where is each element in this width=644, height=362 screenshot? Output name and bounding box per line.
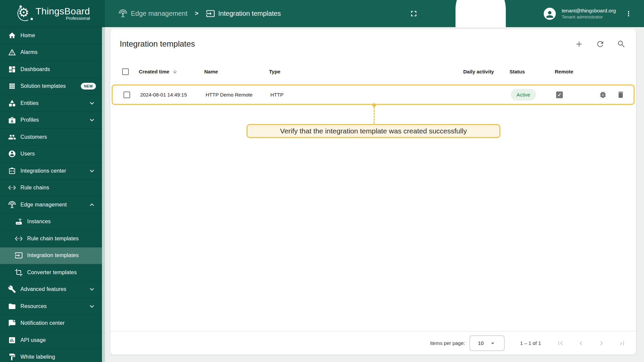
sidebar-nav: HomeAlarmsDashboardsSolution templatesNE… <box>0 27 102 362</box>
refresh-button[interactable] <box>596 40 605 49</box>
chevron-down-icon <box>88 285 96 293</box>
chevron-up-icon <box>88 201 96 209</box>
sidebar-item-alarms[interactable]: Alarms <box>0 44 102 61</box>
chevron-down-icon <box>88 116 96 124</box>
sidebar-item-integrations-center[interactable]: Integrations center <box>0 163 102 180</box>
notification-center-icon <box>8 319 16 327</box>
home-icon <box>8 32 16 40</box>
edge-management-icon <box>118 9 127 18</box>
sidebar-item-white-labeling[interactable]: White labeling <box>0 349 102 362</box>
last-page-button[interactable] <box>618 339 626 347</box>
debug-button[interactable] <box>599 90 607 99</box>
sidebar-item-label: Home <box>20 33 35 39</box>
remote-checkbox[interactable]: ✓ <box>556 92 563 98</box>
sidebar-item-entities[interactable]: Entities <box>0 95 102 112</box>
sidebar-item-dashboards[interactable]: Dashboards <box>0 61 102 78</box>
cell-name: HTTP Demo Remote <box>206 92 270 98</box>
person-icon <box>545 9 555 19</box>
sidebar-item-label: Solution templates <box>20 83 66 89</box>
status-badge: Active <box>511 89 536 101</box>
sidebar-item-edge-management[interactable]: Edge management <box>0 196 102 214</box>
sidebar-item-advanced-features[interactable]: Advanced features <box>0 281 102 298</box>
table-header-row: Created timeNameTypeDaily activityStatus… <box>110 59 636 84</box>
column-header-remote[interactable]: Remote <box>555 69 593 74</box>
user-info[interactable]: tenant@thingsboard.org Tenant administra… <box>562 7 616 20</box>
sidebar-item-label: Advanced features <box>20 286 66 292</box>
dashboards-icon <box>8 65 16 73</box>
main-area: Edge management>Integration templates 43… <box>105 0 644 362</box>
sort-desc-icon <box>172 69 178 74</box>
fullscreen-button[interactable] <box>409 9 418 18</box>
new-badge: NEW <box>81 83 96 89</box>
annotation-anchor-dot <box>372 103 376 107</box>
entities-icon <box>8 99 16 107</box>
sidebar-item-label: Profiles <box>20 117 39 123</box>
sidebar-item-label: Resources <box>20 303 47 309</box>
sidebar-item-rule-chain-templates[interactable]: Rule chain templates <box>0 230 102 247</box>
resources-icon <box>8 302 16 310</box>
breadcrumb-item-integration-templates[interactable]: Integration templates <box>206 9 281 18</box>
app-root: ⚙ ThingsBoard Professional HomeAlarmsDas… <box>0 0 644 362</box>
page-title: Integration templates <box>120 39 195 49</box>
search-button[interactable] <box>617 40 626 49</box>
sidebar-item-integration-templates[interactable]: Integration templates <box>0 247 102 264</box>
advanced-features-icon <box>8 285 16 293</box>
column-header-status[interactable]: Status <box>509 69 555 74</box>
sidebar-item-profiles[interactable]: Profiles <box>0 112 102 129</box>
instances-icon <box>15 218 23 226</box>
items-per-page-value: 10 <box>478 340 484 346</box>
user-email: tenant@thingsboard.org <box>562 7 616 14</box>
avatar[interactable] <box>544 8 556 20</box>
sidebar-item-api-usage[interactable]: API usage <box>0 332 102 349</box>
sidebar-item-label: Notification center <box>20 320 65 326</box>
column-header-daily-activity[interactable]: Daily activity <box>463 69 509 74</box>
sidebar-item-rule-chains[interactable]: Rule chains <box>0 180 102 197</box>
api-usage-icon <box>8 336 16 344</box>
sidebar-item-customers[interactable]: Customers <box>0 129 102 146</box>
prev-page-button[interactable] <box>577 339 585 347</box>
sidebar-item-notification-center[interactable]: Notification center <box>0 315 102 332</box>
cell-type: HTTP <box>270 92 465 98</box>
next-page-button[interactable] <box>597 339 605 347</box>
app-logo[interactable]: ⚙ ThingsBoard Professional <box>0 0 105 27</box>
items-per-page-label: Items per page: <box>430 340 465 346</box>
breadcrumb-item-edge-management[interactable]: Edge management <box>118 9 187 18</box>
sidebar-item-converter-templates[interactable]: Converter templates <box>0 264 102 281</box>
chevron-down-icon <box>88 167 96 175</box>
sidebar-item-users[interactable]: Users <box>0 146 102 163</box>
edge-management-icon <box>8 201 16 209</box>
sidebar-item-label: White labeling <box>20 354 55 360</box>
sidebar-item-instances[interactable]: Instances <box>0 214 102 231</box>
brand-subtitle: Professional <box>66 16 90 21</box>
first-page-button[interactable] <box>556 339 565 347</box>
sidebar-item-label: Rule chain templates <box>27 236 78 242</box>
row-checkbox[interactable] <box>123 92 130 98</box>
rule-chains-icon <box>8 184 16 192</box>
column-header-created-time[interactable]: Created time <box>139 69 204 74</box>
add-button[interactable] <box>575 40 584 49</box>
column-header-name[interactable]: Name <box>204 69 269 74</box>
table-row[interactable]: 2024-08-01 14:49:15 HTTP Demo Remote HTT… <box>112 84 635 105</box>
more-menu-button[interactable] <box>625 10 633 18</box>
sidebar-item-label: Alarms <box>20 49 38 55</box>
dropdown-arrow-icon <box>489 340 496 347</box>
cell-created-time: 2024-08-01 14:49:15 <box>140 92 206 98</box>
sidebar-scrollbar[interactable] <box>102 27 105 362</box>
integration-templates-card: Integration templates Created timeNameTy… <box>110 29 636 355</box>
solution-templates-icon <box>8 82 16 90</box>
alarm-warning-icon <box>8 48 16 56</box>
delete-button[interactable] <box>616 90 625 99</box>
column-header-type[interactable]: Type <box>269 69 463 74</box>
sidebar-item-resources[interactable]: Resources <box>0 298 102 315</box>
integration-templates-icon <box>206 9 215 18</box>
select-all-checkbox[interactable] <box>122 68 129 75</box>
sidebar-item-solution-templates[interactable]: Solution templatesNEW <box>0 78 102 95</box>
rule-chains-icon <box>15 235 23 243</box>
sidebar-item-label: Rule chains <box>20 185 49 191</box>
items-per-page-select[interactable]: 10 <box>470 336 504 351</box>
sidebar-item-label: Entities <box>20 100 39 106</box>
sidebar-item-home[interactable]: Home <box>0 27 102 44</box>
chevron-down-icon <box>88 302 96 310</box>
sidebar-item-label: Integrations center <box>20 168 66 174</box>
annotation-connector-line <box>374 107 375 124</box>
